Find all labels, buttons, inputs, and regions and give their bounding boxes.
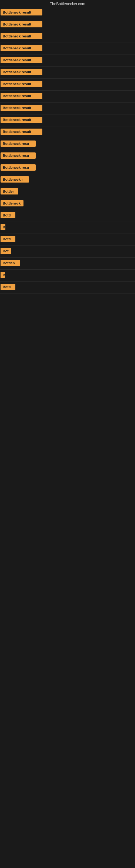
bottleneck-result-badge[interactable]: Bottleneck result: [1, 129, 42, 135]
bottleneck-result-badge[interactable]: Bottleneck resu: [1, 141, 36, 147]
list-item: Bottleneck result: [0, 67, 135, 79]
list-item: Bottleneck result: [0, 31, 135, 43]
list-item: Bottleneck result: [0, 102, 135, 115]
bottleneck-result-badge[interactable]: Bottl: [1, 212, 15, 218]
bottleneck-result-badge[interactable]: B: [1, 224, 5, 230]
bottleneck-result-badge[interactable]: Bottleneck result: [1, 21, 42, 27]
list-item: Bottl: [0, 210, 135, 222]
list-item: Bottleneck resu: [0, 150, 135, 162]
site-title: TheBottlenecker.com: [0, 0, 135, 7]
bottleneck-result-badge[interactable]: Bottleneck result: [1, 69, 42, 75]
bottleneck-result-badge[interactable]: Bottleneck result: [1, 45, 42, 51]
list-item: B: [0, 222, 135, 234]
list-item: Bottleneck result: [0, 126, 135, 138]
rows-container: Bottleneck resultBottleneck resultBottle…: [0, 7, 135, 293]
list-item: Bottlen: [0, 258, 135, 270]
bottleneck-result-badge[interactable]: Bottlen: [1, 260, 20, 266]
list-item: Bottleneck result: [0, 43, 135, 55]
bottleneck-result-badge[interactable]: Bottleneck: [1, 200, 24, 207]
bottleneck-result-badge[interactable]: Bottleneck result: [1, 117, 42, 123]
list-item: Bottleneck result: [0, 19, 135, 31]
list-item: Bottleneck: [0, 198, 135, 210]
bottleneck-result-badge[interactable]: Bottl: [1, 236, 15, 242]
list-item: Bottleneck result: [0, 91, 135, 102]
list-item: B: [0, 270, 135, 282]
bottleneck-result-badge[interactable]: Bottl: [1, 284, 15, 290]
bottleneck-result-badge[interactable]: Bottleneck result: [1, 81, 42, 87]
bottleneck-result-badge[interactable]: Bottleneck r: [1, 176, 29, 183]
bottleneck-result-badge[interactable]: Bot: [1, 248, 11, 254]
list-item: Bottleneck result: [0, 79, 135, 91]
list-item: Bottleneck resu: [0, 162, 135, 174]
bottleneck-result-badge[interactable]: Bottleneck result: [1, 9, 42, 16]
list-item: Bottler: [0, 186, 135, 198]
bottleneck-result-badge[interactable]: Bottler: [1, 188, 18, 194]
bottleneck-result-badge[interactable]: Bottleneck resu: [1, 152, 36, 159]
bottleneck-result-badge[interactable]: Bottleneck result: [1, 33, 42, 39]
list-item: Bottleneck result: [0, 55, 135, 67]
list-item: Bottleneck r: [0, 174, 135, 186]
bottleneck-result-badge[interactable]: Bottleneck result: [1, 93, 42, 99]
bottleneck-result-badge[interactable]: B: [1, 272, 5, 278]
list-item: Bot: [0, 246, 135, 258]
list-item: Bottleneck result: [0, 115, 135, 126]
list-item: Bottl: [0, 282, 135, 293]
bottleneck-result-badge[interactable]: Bottleneck resu: [1, 164, 36, 170]
list-item: Bottleneck result: [0, 7, 135, 19]
list-item: Bottleneck resu: [0, 138, 135, 150]
list-item: Bottl: [0, 234, 135, 246]
bottleneck-result-badge[interactable]: Bottleneck result: [1, 105, 42, 111]
bottleneck-result-badge[interactable]: Bottleneck result: [1, 57, 42, 63]
